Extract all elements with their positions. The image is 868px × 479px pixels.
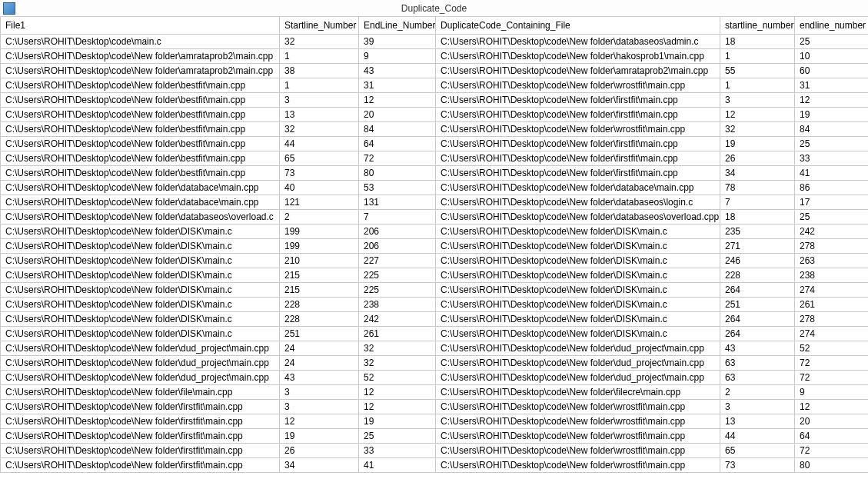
table-cell[interactable]: C:\Users\ROHIT\Desktop\code\New folder\d…: [1, 195, 280, 209]
table-row[interactable]: C:\Users\ROHIT\Desktop\code\New folder\D…: [1, 253, 869, 268]
table-cell[interactable]: C:\Users\ROHIT\Desktop\code\New folder\f…: [436, 151, 720, 165]
table-cell[interactable]: 2: [280, 209, 359, 224]
table-cell[interactable]: 225: [359, 282, 436, 297]
table-row[interactable]: C:\Users\ROHIT\Desktop\code\New folder\D…: [1, 311, 869, 326]
table-cell[interactable]: 235: [720, 224, 795, 238]
table-cell[interactable]: 63: [720, 355, 795, 370]
table-cell[interactable]: 3: [280, 92, 359, 107]
table-cell[interactable]: 251: [720, 297, 795, 311]
table-cell[interactable]: 1: [280, 78, 359, 92]
table-cell[interactable]: C:\Users\ROHIT\Desktop\code\New folder\d…: [436, 195, 720, 209]
table-cell[interactable]: 86: [795, 180, 869, 195]
table-cell[interactable]: 25: [795, 136, 869, 151]
table-cell[interactable]: C:\Users\ROHIT\Desktop\code\New folder\d…: [1, 209, 280, 224]
col-header-startline2[interactable]: startline_number: [720, 17, 795, 34]
table-row[interactable]: C:\Users\ROHIT\Desktop\code\New folder\d…: [1, 209, 869, 224]
table-cell[interactable]: 1: [720, 78, 795, 92]
table-cell[interactable]: C:\Users\ROHIT\Desktop\code\New folder\w…: [436, 443, 720, 457]
table-cell[interactable]: 25: [795, 34, 869, 48]
table-cell[interactable]: 12: [795, 92, 869, 107]
table-cell[interactable]: 41: [359, 457, 436, 472]
table-cell[interactable]: 31: [359, 78, 436, 92]
table-cell[interactable]: 80: [359, 165, 436, 180]
table-cell[interactable]: 63: [720, 370, 795, 384]
table-cell[interactable]: 55: [720, 63, 795, 78]
table-cell[interactable]: 121: [280, 195, 359, 209]
table-cell[interactable]: 12: [359, 92, 436, 107]
table-cell[interactable]: C:\Users\ROHIT\Desktop\code\New folder\w…: [436, 428, 720, 443]
table-cell[interactable]: 43: [720, 341, 795, 355]
table-row[interactable]: C:\Users\ROHIT\Desktop\code\New folder\D…: [1, 297, 869, 311]
table-row[interactable]: C:\Users\ROHIT\Desktop\code\New folder\b…: [1, 165, 869, 180]
table-cell[interactable]: 1: [280, 48, 359, 63]
table-cell[interactable]: C:\Users\ROHIT\Desktop\code\main.c: [1, 34, 280, 48]
table-cell[interactable]: 215: [280, 282, 359, 297]
table-cell[interactable]: C:\Users\ROHIT\Desktop\code\New folder\d…: [436, 180, 720, 195]
table-cell[interactable]: 246: [720, 253, 795, 268]
table-row[interactable]: C:\Users\ROHIT\Desktop\code\New folder\b…: [1, 78, 869, 92]
table-row[interactable]: C:\Users\ROHIT\Desktop\code\New folder\d…: [1, 370, 869, 384]
table-cell[interactable]: C:\Users\ROHIT\Desktop\code\New folder\D…: [1, 238, 280, 253]
table-cell[interactable]: 84: [795, 121, 869, 136]
table-cell[interactable]: 72: [795, 443, 869, 457]
table-cell[interactable]: 264: [720, 282, 795, 297]
table-cell[interactable]: C:\Users\ROHIT\Desktop\code\New folder\w…: [436, 414, 720, 428]
table-cell[interactable]: 9: [795, 384, 869, 399]
table-cell[interactable]: 39: [359, 34, 436, 48]
table-cell[interactable]: 2: [720, 384, 795, 399]
table-cell[interactable]: 227: [359, 253, 436, 268]
table-cell[interactable]: 263: [795, 253, 869, 268]
table-cell[interactable]: 32: [720, 121, 795, 136]
table-cell[interactable]: C:\Users\ROHIT\Desktop\code\New folder\b…: [1, 165, 280, 180]
table-cell[interactable]: 41: [795, 165, 869, 180]
table-cell[interactable]: 251: [280, 326, 359, 341]
table-cell[interactable]: 225: [359, 268, 436, 282]
table-cell[interactable]: C:\Users\ROHIT\Desktop\code\New folder\d…: [436, 355, 720, 370]
table-cell[interactable]: 73: [280, 165, 359, 180]
col-header-startline[interactable]: Startline_Number: [280, 17, 359, 34]
table-header-row[interactable]: File1 Startline_Number EndLine_Number Du…: [1, 17, 869, 34]
table-row[interactable]: C:\Users\ROHIT\Desktop\code\New folder\a…: [1, 48, 869, 63]
table-cell[interactable]: 261: [795, 297, 869, 311]
table-cell[interactable]: 31: [795, 78, 869, 92]
table-cell[interactable]: 206: [359, 224, 436, 238]
table-cell[interactable]: C:\Users\ROHIT\Desktop\code\New folder\D…: [1, 282, 280, 297]
table-cell[interactable]: 24: [280, 341, 359, 355]
table-cell[interactable]: 3: [280, 399, 359, 414]
table-cell[interactable]: 238: [359, 297, 436, 311]
table-cell[interactable]: 78: [720, 180, 795, 195]
table-row[interactable]: C:\Users\ROHIT\Desktop\code\New folder\d…: [1, 355, 869, 370]
table-cell[interactable]: 52: [359, 370, 436, 384]
table-cell[interactable]: 25: [795, 209, 869, 224]
table-cell[interactable]: 38: [280, 63, 359, 78]
col-header-dupfile[interactable]: DuplicateCode_Containing_File: [436, 17, 720, 34]
table-cell[interactable]: 271: [720, 238, 795, 253]
table-cell[interactable]: C:\Users\ROHIT\Desktop\code\New folder\f…: [1, 414, 280, 428]
table-cell[interactable]: C:\Users\ROHIT\Desktop\code\New folder\b…: [1, 151, 280, 165]
table-cell[interactable]: 43: [280, 370, 359, 384]
table-cell[interactable]: C:\Users\ROHIT\Desktop\code\New folder\d…: [436, 209, 720, 224]
table-cell[interactable]: C:\Users\ROHIT\Desktop\code\New folder\f…: [1, 443, 280, 457]
table-cell[interactable]: 228: [280, 311, 359, 326]
table-cell[interactable]: C:\Users\ROHIT\Desktop\code\New folder\b…: [1, 92, 280, 107]
table-cell[interactable]: 18: [720, 34, 795, 48]
table-cell[interactable]: 72: [359, 151, 436, 165]
table-cell[interactable]: 34: [720, 165, 795, 180]
table-cell[interactable]: 20: [795, 414, 869, 428]
table-cell[interactable]: C:\Users\ROHIT\Desktop\code\New folder\d…: [436, 370, 720, 384]
table-cell[interactable]: C:\Users\ROHIT\Desktop\code\New folder\D…: [436, 311, 720, 326]
table-cell[interactable]: 34: [280, 457, 359, 472]
table-cell[interactable]: 53: [359, 180, 436, 195]
table-cell[interactable]: 17: [795, 195, 869, 209]
table-cell[interactable]: 32: [280, 121, 359, 136]
table-cell[interactable]: C:\Users\ROHIT\Desktop\code\New folder\f…: [1, 399, 280, 414]
table-row[interactable]: C:\Users\ROHIT\Desktop\code\New folder\f…: [1, 414, 869, 428]
table-cell[interactable]: C:\Users\ROHIT\Desktop\code\New folder\f…: [436, 107, 720, 121]
table-cell[interactable]: 19: [280, 428, 359, 443]
table-cell[interactable]: C:\Users\ROHIT\Desktop\code\New folder\f…: [436, 165, 720, 180]
table-cell[interactable]: C:\Users\ROHIT\Desktop\code\New folder\d…: [436, 34, 720, 48]
table-cell[interactable]: C:\Users\ROHIT\Desktop\code\New folder\d…: [1, 341, 280, 355]
table-cell[interactable]: C:\Users\ROHIT\Desktop\code\New folder\D…: [1, 268, 280, 282]
table-cell[interactable]: 274: [795, 326, 869, 341]
table-cell[interactable]: C:\Users\ROHIT\Desktop\code\New folder\d…: [436, 341, 720, 355]
